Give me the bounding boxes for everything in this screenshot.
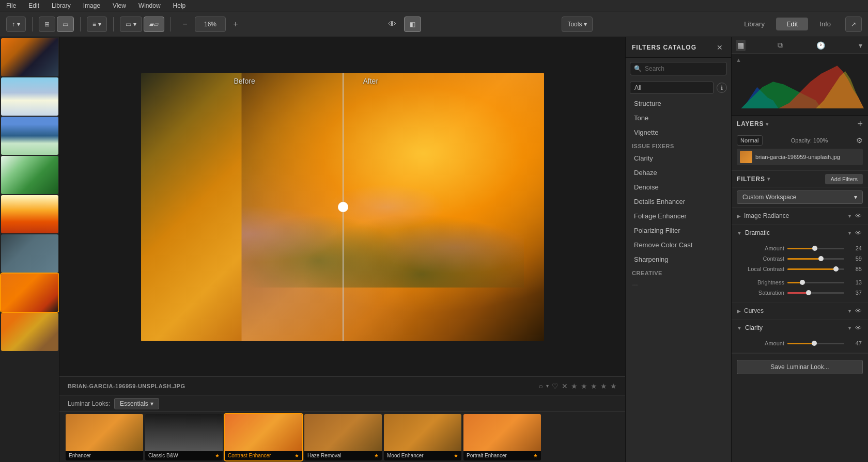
looks-category-selector[interactable]: Essentials ▾ [114, 398, 159, 409]
catalog-item-structure[interactable]: Structure [628, 97, 729, 110]
layers-header[interactable]: LAYERS ▾ + [732, 116, 868, 132]
slider-local-contrast-thumb[interactable] [833, 266, 839, 272]
filmstrip-item-1[interactable] [1, 38, 58, 76]
filmstrip-item-5[interactable] [1, 195, 58, 233]
star-2[interactable]: ★ [581, 382, 587, 390]
heart-icon[interactable]: ♡ [552, 382, 559, 390]
menu-help[interactable]: Help [171, 1, 188, 10]
histogram-icon-btn[interactable]: ▦ [736, 40, 746, 51]
catalog-filter-select[interactable]: All [630, 82, 714, 94]
compare-button[interactable]: ▰▱ [144, 17, 164, 32]
reject-icon[interactable]: ✕ [562, 382, 568, 390]
slider-contrast-thumb[interactable] [818, 256, 824, 261]
catalog-item-vignette[interactable]: Vignette [628, 125, 729, 139]
catalog-close-button[interactable]: ✕ [715, 42, 725, 53]
clarity-header[interactable]: ▼ Clarity ▾ 👁 [732, 320, 868, 336]
slider-saturation-track[interactable] [787, 292, 844, 294]
layout-button[interactable]: ▭ ▾ [120, 17, 142, 32]
grid-view-button[interactable]: ⊞ [39, 17, 55, 32]
catalog-search: 🔍 [630, 62, 727, 75]
export-button[interactable]: ↑ ▾ [6, 17, 26, 32]
menu-file[interactable]: File [4, 1, 18, 10]
dramatic-header[interactable]: ▼ Dramatic ▾ 👁 [732, 225, 868, 241]
workspace-button[interactable]: Custom Workspace ▾ [737, 190, 863, 204]
filmstrip-item-6[interactable] [1, 234, 58, 273]
save-look-button[interactable]: Save Luminar Look... [737, 360, 863, 374]
menu-view[interactable]: View [111, 1, 128, 10]
menu-edit[interactable]: Edit [26, 1, 41, 10]
filmstrip-item-8[interactable] [1, 313, 58, 351]
slider-brightness-thumb[interactable] [800, 280, 805, 285]
tools-button[interactable]: Tools ▾ [562, 17, 593, 32]
slider-amount-thumb[interactable] [812, 246, 817, 251]
catalog-item-details-enhancer[interactable]: Details Enhancer [628, 195, 729, 209]
catalog-item-foliage-enhancer[interactable]: Foliage Enhancer [628, 209, 729, 223]
menu-image[interactable]: Image [81, 1, 102, 10]
menu-library[interactable]: Library [50, 1, 73, 10]
slider-local-contrast-track[interactable] [787, 268, 844, 270]
view-overlay-button[interactable]: 👁 [384, 17, 400, 32]
layers-icon-btn[interactable]: ⧉ [776, 39, 784, 51]
zoom-out-button[interactable]: − [177, 17, 193, 32]
filmstrip-item-3[interactable] [1, 117, 58, 155]
look-item-4[interactable]: Mood Enhancer ★ [384, 414, 461, 460]
image-radiance-header[interactable]: ▶ Image Radiance ▾ 👁 [732, 208, 868, 224]
curves-header[interactable]: ▶ Curves ▾ 👁 [732, 302, 868, 319]
layer-gear-button[interactable]: ⚙ [856, 136, 863, 145]
clock-icon-btn[interactable]: 🕐 [815, 40, 827, 51]
catalog-search-input[interactable] [630, 62, 727, 75]
image-radiance-visibility[interactable]: 👁 [854, 211, 863, 221]
slider-row-brightness: Brightness 13 [732, 277, 868, 288]
clarity-label: Clarity [745, 324, 845, 331]
catalog-item-tone[interactable]: Tone [628, 111, 729, 125]
histogram-arrow[interactable]: ▲ [736, 57, 741, 63]
sort-button[interactable]: ≡ ▾ [87, 17, 107, 32]
catalog-item-polarizing-filter[interactable]: Polarizing Filter [628, 224, 729, 237]
slider-amount-track[interactable] [787, 248, 844, 249]
share-button[interactable]: ↗ [845, 17, 862, 32]
add-filters-button[interactable]: Add Filters [825, 174, 863, 184]
catalog-item-remove-color-cast[interactable]: Remove Color Cast [628, 238, 729, 252]
star-4[interactable]: ★ [600, 382, 607, 390]
menu-window[interactable]: Window [136, 1, 163, 10]
dramatic-visibility[interactable]: 👁 [854, 228, 863, 238]
filmstrip-item-2[interactable] [1, 77, 58, 116]
tab-edit[interactable]: Edit [776, 18, 808, 30]
catalog-item-sharpening[interactable]: Sharpening [628, 252, 729, 266]
dropdown-icon-btn[interactable]: ▾ [857, 40, 864, 51]
clarity-visibility[interactable]: 👁 [854, 323, 863, 333]
star-5[interactable]: ★ [610, 382, 617, 390]
catalog-item-clarity[interactable]: Clarity [628, 151, 729, 165]
filmstrip-item-7[interactable] [1, 274, 58, 312]
look-item-5[interactable]: Portrait Enhancer ★ [463, 414, 541, 460]
slider-clarity-amount-thumb[interactable] [812, 341, 817, 346]
star-1[interactable]: ★ [571, 382, 578, 390]
catalog-item-denoise[interactable]: Denoise [628, 180, 729, 194]
look-item-3[interactable]: Haze Removal ★ [304, 414, 382, 460]
tab-library[interactable]: Library [734, 18, 775, 30]
look-item-0[interactable]: Enhancer [66, 414, 143, 460]
divider-handle[interactable] [338, 202, 348, 212]
filmstrip-item-4[interactable] [1, 156, 58, 194]
slider-clarity-amount-value: 47 [847, 340, 862, 346]
curves-visibility[interactable]: 👁 [854, 306, 863, 316]
slider-contrast-track[interactable] [787, 258, 844, 260]
catalog-item-dehaze[interactable]: Dehaze [628, 166, 729, 180]
look-item-2[interactable]: Contrast Enhancer ★ [225, 414, 302, 460]
catalog-info-button[interactable]: ℹ [717, 83, 727, 93]
slider-saturation-thumb[interactable] [806, 290, 811, 295]
look-item-1[interactable]: Classic B&W ★ [145, 414, 223, 460]
filters-title[interactable]: FILTERS ▾ [737, 176, 770, 183]
layer-item-main[interactable]: brian-garcia-196959-unsplash.jpg [737, 149, 863, 165]
before-after-toggle[interactable]: ◧ [404, 17, 421, 32]
add-layer-button[interactable]: + [857, 119, 863, 129]
blend-mode-select[interactable]: Normal [737, 135, 763, 146]
zoom-in-button[interactable]: + [228, 17, 243, 32]
divider-line[interactable] [343, 73, 344, 341]
slider-brightness-track[interactable] [787, 282, 844, 283]
slider-clarity-amount-track[interactable] [787, 343, 844, 344]
single-view-button[interactable]: ▭ [57, 17, 74, 32]
star-3[interactable]: ★ [591, 382, 597, 390]
tab-info[interactable]: Info [809, 18, 841, 30]
flag-icon[interactable]: ○ [539, 382, 543, 390]
